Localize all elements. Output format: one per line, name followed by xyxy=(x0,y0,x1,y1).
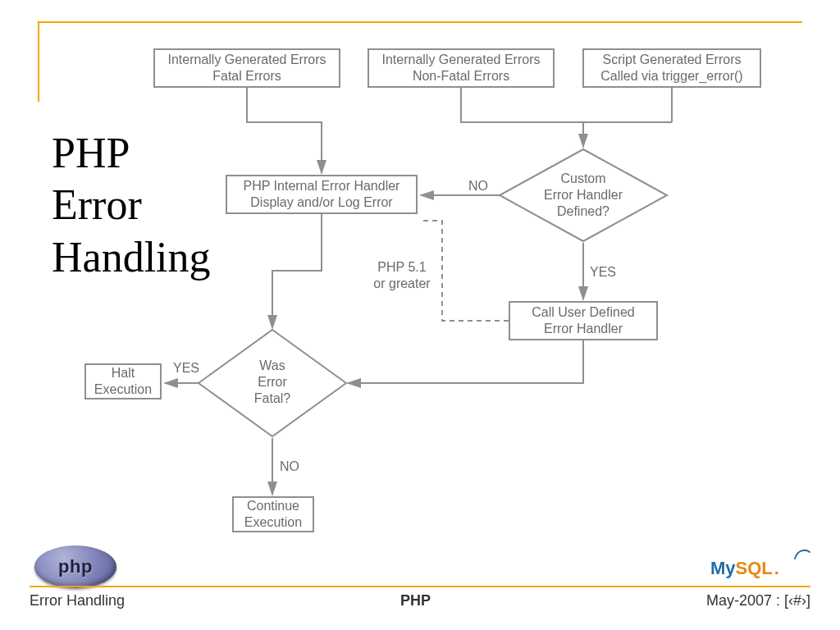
flowchart: Internally Generated Errors Fatal Errors… xyxy=(0,0,840,630)
footer-right: May-2007 : [‹#›] xyxy=(706,592,810,609)
flow-connectors xyxy=(0,0,840,630)
edge-note-php51: PHP 5.1 or greater xyxy=(365,259,439,292)
footer-separator xyxy=(30,586,810,587)
note-text: PHP 5.1 xyxy=(377,260,426,274)
note-text: or greater xyxy=(373,276,430,290)
mysql-logo-dot: . xyxy=(774,558,779,579)
footer-left: Error Handling xyxy=(30,592,125,609)
mysql-swoosh-icon xyxy=(794,548,810,559)
slide: PHP Error Handling Internally Generated … xyxy=(0,0,840,630)
edge-label-yes: YES xyxy=(173,361,199,376)
edge-label-no: NO xyxy=(468,179,488,194)
php-logo-text: php xyxy=(58,556,93,578)
php-logo: php xyxy=(33,545,118,589)
edge-label-no: NO xyxy=(280,459,299,474)
php-logo-ellipse: php xyxy=(34,546,116,588)
edge-label-yes: YES xyxy=(590,265,616,280)
footer: Error Handling PHP May-2007 : [‹#›] xyxy=(30,592,810,609)
mysql-logo-my: My xyxy=(710,558,736,579)
mysql-logo-sql: SQL xyxy=(736,558,773,579)
mysql-logo: My SQL . xyxy=(710,555,809,582)
footer-center: PHP xyxy=(400,592,431,609)
